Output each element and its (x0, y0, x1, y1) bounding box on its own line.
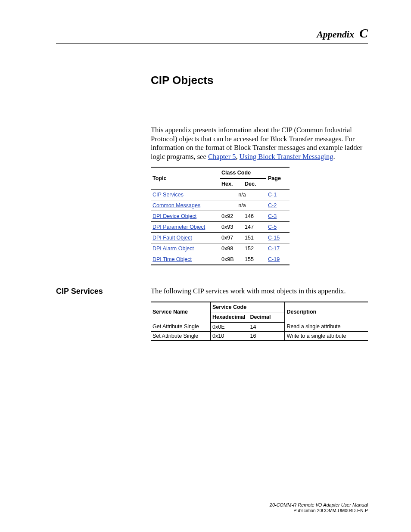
class-code-na: n/a (220, 189, 266, 200)
name-cell: Get Attribute Single (151, 322, 211, 332)
hex-cell: 0x92 (220, 211, 243, 221)
topic-link[interactable]: DPI Alarm Object (153, 246, 194, 252)
class-code-na: n/a (220, 200, 266, 211)
page-link[interactable]: C-19 (268, 256, 280, 262)
dec-cell: 14 (248, 322, 285, 332)
page-link[interactable]: C-17 (268, 246, 280, 252)
desc-cell: Read a single attribute (285, 322, 368, 332)
hex-cell: 0x0E (211, 322, 248, 332)
page-cell: C-15 (266, 232, 290, 243)
th-class-code: Class Code (220, 167, 266, 178)
topic-table: Topic Class Code Page Hex. Dec. CIP Serv… (151, 167, 290, 265)
appendix-word: Appendix (317, 29, 354, 40)
hex-cell: 0x9B (220, 254, 243, 265)
topic-cell: DPI Fault Object (151, 232, 220, 243)
table-row: DPI Alarm Object0x98152C-17 (151, 243, 290, 254)
dec-cell: 152 (243, 243, 266, 254)
table-row: Set Attribute Single0x1016Write to a sin… (151, 331, 368, 341)
page-cell: C-3 (266, 211, 290, 221)
table-row: DPI Fault Object0x97151C-15 (151, 232, 290, 243)
intro-text-2: . (333, 152, 335, 161)
dec-cell: 155 (243, 254, 266, 265)
dec-cell: 151 (243, 232, 266, 243)
page-footer: 20-COMM-R Remote I/O Adapter User Manual… (270, 502, 368, 513)
topic-cell: DPI Device Object (151, 211, 220, 221)
name-cell: Set Attribute Single (151, 331, 211, 341)
page: Appendix C CIP Objects This appendix pre… (0, 0, 411, 532)
hex-cell: 0x97 (220, 232, 243, 243)
dec-cell: 146 (243, 211, 266, 221)
table-row: Get Attribute Single0x0E14Read a single … (151, 322, 368, 332)
desc-cell: Write to a single attribute (285, 331, 368, 341)
topic-cell: Common Messages (151, 200, 220, 211)
section-body: The following CIP services work with mos… (151, 287, 368, 341)
th-hexadecimal: Hexadecimal (211, 312, 248, 322)
section-heading: CIP Services (56, 287, 151, 296)
th-service-name: Service Name (151, 302, 211, 322)
table-row: CIP Servicesn/aC-1 (151, 189, 290, 200)
th-dec: Dec. (243, 178, 266, 190)
page-cell: C-1 (266, 189, 290, 200)
th-decimal: Decimal (248, 312, 285, 322)
page-cell: C-2 (266, 200, 290, 211)
page-link[interactable]: C-2 (268, 202, 277, 208)
page-link[interactable]: C-15 (268, 235, 280, 241)
footer-manual-title: 20-COMM-R Remote I/O Adapter User Manual (270, 502, 368, 507)
hex-cell: 0x98 (220, 243, 243, 254)
page-cell: C-19 (266, 254, 290, 265)
intro-sep: , (236, 152, 240, 161)
topic-cell: DPI Parameter Object (151, 221, 220, 232)
topic-link[interactable]: DPI Parameter Object (153, 224, 205, 230)
services-table: Service Name Service Code Description He… (151, 302, 368, 341)
th-topic: Topic (151, 167, 220, 190)
footer-publication: Publication 20COMM-UM004D-EN-P (270, 508, 368, 513)
th-service-code: Service Code (211, 302, 285, 312)
page-link[interactable]: C-3 (268, 213, 277, 219)
th-page: Page (266, 167, 290, 190)
th-hex: Hex. (220, 178, 243, 190)
topic-cell: CIP Services (151, 189, 220, 200)
page-cell: C-5 (266, 221, 290, 232)
th-description: Description (285, 302, 368, 322)
section-intro: The following CIP services work with mos… (151, 287, 368, 296)
link-chapter-5[interactable]: Chapter 5 (208, 152, 236, 161)
hex-cell: 0x10 (211, 331, 248, 341)
topic-cell: DPI Time Object (151, 254, 220, 265)
dec-cell: 147 (243, 221, 266, 232)
topic-link[interactable]: DPI Fault Object (153, 235, 192, 241)
page-link[interactable]: C-5 (268, 224, 277, 230)
hex-cell: 0x93 (220, 221, 243, 232)
table-row: DPI Device Object0x92146C-3 (151, 211, 290, 221)
page-link[interactable]: C-1 (268, 192, 277, 198)
cip-services-section: CIP Services The following CIP services … (56, 287, 368, 341)
page-header: Appendix C (56, 26, 368, 44)
table-row: Common Messagesn/aC-2 (151, 200, 290, 211)
topic-link[interactable]: DPI Device Object (153, 213, 196, 219)
topic-link[interactable]: CIP Services (153, 192, 184, 198)
dec-cell: 16 (248, 331, 285, 341)
appendix-letter: C (359, 26, 368, 40)
main-content: CIP Objects This appendix presents infor… (151, 74, 368, 265)
topic-table-body: CIP Servicesn/aC-1Common Messagesn/aC-2D… (151, 189, 290, 265)
intro-paragraph: This appendix presents information about… (151, 126, 368, 162)
table-row: DPI Parameter Object0x93147C-5 (151, 221, 290, 232)
link-block-transfer[interactable]: Using Block Transfer Messaging (240, 152, 333, 161)
table-row: DPI Time Object0x9B155C-19 (151, 254, 290, 265)
page-title: CIP Objects (151, 74, 368, 87)
topic-cell: DPI Alarm Object (151, 243, 220, 254)
topic-link[interactable]: Common Messages (153, 202, 200, 208)
page-cell: C-17 (266, 243, 290, 254)
topic-link[interactable]: DPI Time Object (153, 256, 192, 262)
services-table-body: Get Attribute Single0x0E14Read a single … (151, 322, 368, 341)
